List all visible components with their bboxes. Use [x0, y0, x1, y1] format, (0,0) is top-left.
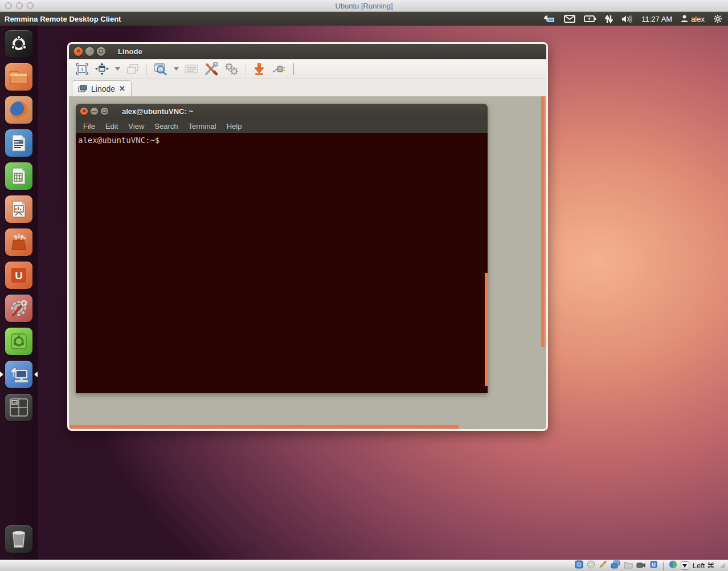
tab-close-icon[interactable]: ✕: [119, 85, 125, 92]
volume-icon-glyph: [621, 15, 633, 23]
sync-arrows-icon[interactable]: [605, 15, 613, 23]
tab-screen-icon: [78, 85, 87, 92]
scaled-mode-caret[interactable]: [173, 67, 179, 71]
session-gear-icon[interactable]: [713, 14, 722, 23]
mouse-integration-icon[interactable]: [669, 560, 677, 571]
vbox-statusbar: U Left ⌘: [0, 560, 728, 571]
shared-folder-icon[interactable]: [624, 561, 633, 571]
remmina-window-buttons: ✕ — ▢: [74, 47, 105, 56]
vt-chip-icon[interactable]: U: [649, 560, 658, 571]
toolbar-separator: [146, 63, 147, 75]
mail-icon[interactable]: [564, 15, 575, 23]
iconify-button[interactable]: [252, 62, 267, 76]
focused-indicator-arrow: [34, 372, 38, 377]
launcher-item-trash[interactable]: [5, 525, 32, 553]
grab-keyboard-button[interactable]: [184, 62, 199, 76]
toolbar-edge-line: [293, 63, 294, 75]
user-icon: [681, 15, 688, 23]
ubuntu-logo-icon: [10, 35, 27, 52]
preferences-button[interactable]: [224, 62, 239, 76]
remmina-window-title: Linode: [118, 47, 142, 56]
tools-wrench-screwdriver-icon: [205, 62, 218, 76]
launcher-item-libreoffice-calc[interactable]: [5, 162, 32, 190]
viewport-icon: 1: [76, 63, 88, 75]
remmina-minimize-button[interactable]: —: [85, 47, 94, 56]
disconnect-button[interactable]: [272, 62, 287, 76]
trash-icon: [10, 529, 27, 549]
keyboard-lines-icon: [185, 64, 198, 74]
launcher-item-firefox[interactable]: [5, 96, 32, 124]
remmina-titlebar: ✕ — ▢ Linode: [69, 44, 546, 59]
vnc-artifact-right-strip: [541, 96, 545, 347]
user-indicator[interactable]: alex: [681, 15, 705, 23]
menu-help[interactable]: Help: [227, 122, 242, 130]
toolbar-separator: [245, 63, 246, 75]
terminal-body[interactable]: alex@ubuntuVNC:~$: [76, 133, 488, 393]
clock-indicator[interactable]: 11:27 AM: [641, 15, 672, 23]
terminal-window-title: alex@ubuntuVNC: ~: [122, 107, 193, 116]
toggle-viewport-fullscreen-button[interactable]: 1: [75, 62, 89, 76]
remmina-applet-icon[interactable]: [543, 14, 555, 23]
terminal-minimize-button[interactable]: —: [91, 108, 98, 115]
menu-view[interactable]: View: [128, 122, 144, 130]
screen: Ubuntu [Running] Remmina Remote Desktop …: [0, 0, 728, 571]
remote-terminal-window: ✕ — ▢ alex@ubuntuVNC: ~ File Edit View S…: [76, 104, 488, 393]
launcher-item-libreoffice-impress[interactable]: [5, 195, 32, 223]
remmina-toolbar: 1: [69, 59, 546, 79]
launcher-item-workspace-switcher[interactable]: [5, 394, 32, 421]
launcher-item-system-settings[interactable]: [5, 295, 32, 322]
folder-icon: [9, 69, 28, 85]
mouse-integration-icon-glyph: [669, 560, 677, 569]
remote-desktop-viewport[interactable]: ✕ — ▢ alex@ubuntuVNC: ~ File Edit View S…: [69, 96, 546, 429]
tools-button[interactable]: [204, 62, 219, 76]
panel-app-title: Remmina Remote Desktop Client: [0, 15, 121, 23]
pen-icon[interactable]: [599, 560, 607, 571]
fit-window-caret[interactable]: [114, 67, 120, 71]
optical-disc-icon[interactable]: [587, 560, 595, 571]
fit-window-button[interactable]: [95, 62, 109, 76]
launcher-item-libreoffice-writer[interactable]: [5, 129, 32, 157]
menu-search[interactable]: Search: [154, 122, 178, 130]
scaled-mode-button[interactable]: [153, 62, 168, 76]
menu-file[interactable]: File: [83, 122, 95, 130]
software-center-bag-icon: [10, 233, 28, 251]
remmina-window: ✕ — ▢ Linode 1: [67, 42, 548, 431]
menu-terminal[interactable]: Terminal: [189, 122, 216, 130]
menu-edit[interactable]: Edit: [105, 122, 118, 130]
connection-tab-linode[interactable]: Linode ✕: [72, 80, 132, 96]
launcher-item-remmina[interactable]: [5, 361, 32, 388]
battery-icon[interactable]: [584, 15, 596, 22]
fit-window-arrows-icon: [95, 63, 109, 75]
resize-grip[interactable]: [719, 562, 726, 570]
launcher-item-software-updater[interactable]: [5, 328, 32, 355]
calc-spreadsheet-icon: [11, 167, 27, 185]
launcher-item-software-center[interactable]: [5, 229, 32, 256]
terminal-titlebar: ✕ — ▢ alex@ubuntuVNC: ~: [76, 104, 488, 119]
terminal-maximize-button[interactable]: ▢: [101, 108, 108, 115]
launcher-item-files[interactable]: [5, 63, 32, 91]
launcher-item-ubuntu-one[interactable]: U: [5, 262, 32, 289]
green-ubuntu-logo-icon: [10, 333, 27, 350]
volume-icon[interactable]: [621, 15, 633, 23]
svg-text:U: U: [652, 562, 655, 568]
remmina-close-button[interactable]: ✕: [74, 47, 83, 56]
terminal-window-buttons: ✕ — ▢: [80, 108, 108, 115]
duplicate-connection-button[interactable]: [125, 62, 140, 76]
terminal-close-button[interactable]: ✕: [80, 108, 88, 115]
pen-icon-glyph: [599, 560, 607, 569]
unity-launcher: U: [0, 26, 38, 560]
optical-disc-icon-glyph: [587, 560, 595, 569]
scaled-zoom-icon: [154, 63, 167, 75]
remmina-icon: [9, 365, 29, 384]
launcher-item-dash-home[interactable]: [5, 30, 32, 58]
shared-folder-icon-glyph: [624, 561, 633, 569]
hard-disk-icon[interactable]: [575, 560, 583, 571]
resize-grip-icon: [719, 562, 726, 569]
network-windows-icon[interactable]: [611, 560, 620, 571]
remmina-maximize-button[interactable]: ▢: [97, 47, 105, 56]
host-key-icon[interactable]: [681, 561, 689, 570]
sync-arrows-icon-glyph: [605, 15, 613, 23]
running-indicator-arrow: [0, 372, 3, 377]
video-capture-icon[interactable]: [636, 561, 646, 571]
impress-presentation-icon: [11, 200, 27, 218]
